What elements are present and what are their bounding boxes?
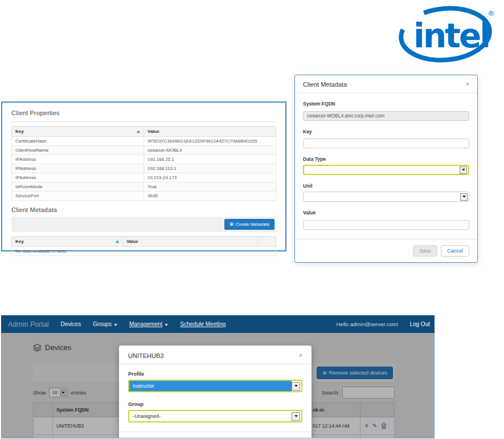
plus-circle-icon: ⊕ [230, 222, 234, 227]
metadata-toolbar: ⊕ Create Metadata [11, 217, 276, 232]
sort-asc-icon [116, 240, 119, 243]
divider [11, 121, 276, 122]
system-fqdn-field [303, 111, 469, 121]
client-properties-title: Client Properties [11, 109, 276, 116]
logout-link[interactable]: Log Out [409, 321, 430, 327]
user-greeting: Hello admin@server.com! [337, 321, 399, 327]
modal-title: Client Metadata [303, 81, 347, 88]
system-fqdn-label: System FQDN [303, 101, 469, 107]
profile-label: Profile [128, 371, 302, 377]
nav-item-devices[interactable]: Devices [61, 321, 81, 327]
admin-portal-section: Admin Portal Devices Groups Management S… [1, 315, 435, 438]
save-button[interactable]: Save [413, 245, 437, 257]
table-row: IPAddress192.168.25.1 [12, 155, 276, 164]
column-header-value[interactable]: Value [144, 127, 276, 137]
value-label: Value [303, 210, 469, 216]
client-metadata-table: Key Value No data available in table [11, 236, 276, 256]
table-row: IPAddress192.168.113.1 [12, 164, 276, 173]
divider [119, 364, 312, 364]
profile-select[interactable]: Instructor [128, 380, 302, 392]
table-row: ClientHostNamecesarcer-MOBL4 [12, 146, 276, 155]
close-icon[interactable]: × [299, 352, 302, 359]
data-type-label: Data Type [303, 156, 469, 162]
unit-label: Unit [303, 183, 469, 189]
nav-item-schedule-meeting[interactable]: Schedule Meeting [180, 321, 226, 327]
column-header-actions [257, 237, 276, 247]
nav-item-management[interactable]: Management [129, 321, 168, 327]
column-header-key[interactable]: Key [12, 127, 144, 137]
key-label: Key [303, 129, 469, 135]
empty-row: No data available in table [12, 247, 276, 256]
registered-mark: ® [487, 9, 495, 18]
table-row: CertificateHash5F5D37C3649ED1EE12D0F9612… [12, 137, 276, 146]
chevron-down-icon [165, 324, 168, 326]
navbar: Admin Portal Devices Groups Management S… [1, 315, 435, 333]
table-row: IsRoomModeTrue [12, 182, 276, 192]
chevron-down-icon [460, 193, 468, 201]
chevron-down-icon [292, 412, 300, 421]
table-row: ServicePort3635 [12, 192, 276, 201]
divider [295, 92, 477, 93]
intel-logo: intel ® [396, 5, 497, 65]
client-properties-panel: Client Properties Key Value CertificateH… [1, 101, 286, 251]
nav-item-groups[interactable]: Groups [93, 321, 117, 327]
unit-select[interactable] [303, 192, 469, 202]
profile-selected-option: Instructor [129, 381, 292, 391]
cancel-button[interactable]: Cancel [243, 438, 273, 438]
group-select[interactable]: -Unasigned- [128, 410, 302, 422]
close-icon[interactable]: × [466, 81, 469, 87]
empty-message: No data available in table [12, 247, 276, 256]
chevron-down-icon [460, 166, 467, 174]
create-metadata-button[interactable]: ⊕ Create Metadata [224, 219, 274, 230]
device-edit-modal: UNITEHUB3 × Profile Instructor Group -Un… [119, 345, 312, 438]
key-field[interactable] [303, 139, 469, 148]
client-metadata-modal: Client Metadata × System FQDN Key Data T… [294, 75, 478, 263]
sort-asc-icon [137, 130, 140, 133]
client-metadata-title: Client Metadata [11, 206, 276, 213]
column-header-key[interactable]: Key [12, 237, 123, 247]
group-selected-option: -Unasigned- [129, 411, 292, 421]
save-button[interactable]: Save [276, 438, 302, 438]
intel-wordmark: intel [413, 17, 489, 55]
modal-title: UNITEHUB3 [128, 352, 163, 359]
chevron-down-icon [114, 324, 117, 326]
chevron-down-icon [292, 382, 300, 391]
column-header-value[interactable]: Value [122, 237, 257, 247]
brand-admin-portal[interactable]: Admin Portal [8, 320, 49, 328]
table-row: IPAddress10.219.24.173 [12, 173, 276, 182]
client-properties-table: Key Value CertificateHash5F5D37C3649ED1E… [11, 126, 276, 201]
cancel-button[interactable]: Cancel [441, 245, 469, 257]
data-type-select[interactable] [303, 165, 469, 175]
group-label: Group [128, 401, 302, 407]
value-field[interactable] [303, 220, 469, 230]
devices-page: Devices ⊗ Remove selected devices Show 1… [1, 333, 435, 438]
